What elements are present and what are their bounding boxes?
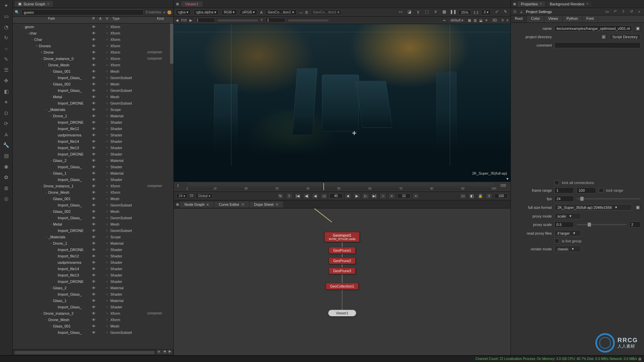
visibility-icon[interactable]: 👁 <box>90 299 97 303</box>
scene-graph-row[interactable]: -Drone_instance_0👁○Xformcomponer <box>13 55 173 62</box>
active-icon[interactable]: ○ <box>104 133 110 137</box>
panel-handle-icon[interactable]: ▣ <box>513 2 516 6</box>
active-icon[interactable]: ○ <box>104 139 110 143</box>
y-field[interactable] <box>265 18 285 23</box>
skip-fwd-button[interactable]: » <box>413 193 419 199</box>
node-graph-canvas[interactable]: GeoImport1 MAIN_STAGE.usda GeoPrune1 Geo… <box>174 208 511 355</box>
alpha-select[interactable]: rgba.alpha ▾ <box>194 9 219 15</box>
proxy-mode-select[interactable]: scale ▾ <box>554 213 581 219</box>
active-icon[interactable]: ○ <box>104 146 110 150</box>
active-icon[interactable]: ○ <box>104 159 110 163</box>
input-a-select[interactable]: GeoCo…tion1 ▾ <box>265 9 297 15</box>
timeline[interactable]: 1 1102030405060708090100 100 <box>174 182 511 192</box>
curve-editor-tab[interactable]: Curve Editor <box>214 201 249 207</box>
scene-graph-row[interactable]: -Drone_instance_2👁○Xformcomponer <box>13 310 173 316</box>
visibility-icon[interactable]: 👁 <box>90 248 97 252</box>
export-icon[interactable]: ⇪ <box>486 193 492 199</box>
disclosure-icon[interactable]: - <box>44 191 48 194</box>
subtab-views[interactable]: Views <box>544 15 562 22</box>
scene-graph-row[interactable]: Import_Glass_👁○GeomSubset <box>13 202 173 208</box>
circle-icon[interactable]: ○ <box>3 45 10 52</box>
wipe-icon[interactable]: ◪ <box>406 9 412 15</box>
subtab-python[interactable]: Python <box>562 15 582 22</box>
active-icon[interactable]: ○ <box>104 222 110 226</box>
status-menu-icon[interactable]: ▦ <box>638 357 641 361</box>
disclosure-icon[interactable]: + <box>40 51 44 54</box>
scene-graph-row[interactable]: Import_Glass_👁○GeomSubset <box>13 87 173 94</box>
format-edit-icon[interactable]: ▦ <box>635 204 641 210</box>
active-icon[interactable]: ○ <box>104 330 110 335</box>
playhead[interactable] <box>323 183 324 190</box>
visibility-icon[interactable]: 👁 <box>90 260 97 264</box>
disclosure-icon[interactable]: + <box>35 44 39 48</box>
play-button[interactable]: ▶ <box>354 193 360 199</box>
visibility-icon[interactable]: 👁 <box>90 178 97 182</box>
scene-graph-row[interactable]: Import_DRONE👁○GeomSubset <box>13 100 173 106</box>
active-icon[interactable]: ○ <box>104 280 110 284</box>
visibility-icon[interactable]: 👁 <box>90 44 97 48</box>
chooser-icon[interactable]: ▥ <box>601 34 607 40</box>
stop-button[interactable]: ■ <box>345 193 352 199</box>
active-icon[interactable]: ○ <box>104 229 110 233</box>
active-icon[interactable]: ○ <box>104 318 110 322</box>
visibility-icon[interactable]: 👁 <box>90 241 97 245</box>
disclosure-icon[interactable]: - <box>25 32 30 35</box>
node-geocollection[interactable]: GeoCollection1 <box>326 283 359 290</box>
layers-icon[interactable]: ☰ <box>3 66 10 74</box>
visibility-icon[interactable]: 👁 <box>90 280 97 284</box>
node-graph-tab[interactable]: Node Graph× <box>180 201 213 207</box>
step-fwd-button[interactable]: ▷ <box>362 193 369 199</box>
disclosure-icon[interactable]: - <box>44 63 48 67</box>
active-icon[interactable]: ○ <box>104 248 110 252</box>
disclosure-icon[interactable]: - <box>49 82 53 86</box>
active-icon[interactable]: ○ <box>104 31 110 35</box>
active-icon[interactable]: ○ <box>104 203 110 207</box>
visibility-icon[interactable]: 👁 <box>90 95 97 99</box>
active-icon[interactable]: ○ <box>104 101 110 105</box>
h-scrollbar[interactable] <box>15 351 155 354</box>
cursor-icon[interactable]: ✦ <box>3 2 10 9</box>
visibility-icon[interactable]: 👁 <box>90 235 97 239</box>
brush-icon[interactable]: ✎ <box>3 56 10 63</box>
visibility-icon[interactable]: 👁 <box>90 229 97 233</box>
d-icon[interactable]: D <box>3 109 10 117</box>
mode-3d-toggle[interactable]: 3D <box>490 18 499 22</box>
active-icon[interactable]: ○ <box>104 69 110 73</box>
dope-sheet-tab[interactable]: Dope Sheet <box>250 201 283 207</box>
scene-graph-row[interactable]: -Metal👁○Mesh <box>13 94 173 100</box>
target-icon[interactable]: ◎ <box>3 195 10 202</box>
scene-graph-row[interactable]: -char👁○Xform <box>13 30 173 36</box>
pen-icon[interactable]: ✎ <box>502 9 508 15</box>
disclosure-icon[interactable]: - <box>44 235 48 239</box>
disclosure-icon[interactable]: - <box>49 95 53 99</box>
key-icon[interactable]: I <box>286 193 292 199</box>
scroll-up-btn[interactable]: ▲ <box>157 350 161 354</box>
active-icon[interactable]: ○ <box>104 108 110 112</box>
scene-graph-row[interactable]: Import_Glass_👁○Shader <box>13 291 173 297</box>
scene-graph-row[interactable]: +Drone👁○Xformcomponer <box>13 49 173 55</box>
lock-range-checkbox[interactable] <box>599 188 603 193</box>
close-icon[interactable]: × <box>47 2 49 6</box>
node-geoimport[interactable]: GeoImport1 MAIN_STAGE.usda <box>324 232 360 242</box>
visibility-icon[interactable]: 👁 <box>90 254 97 258</box>
spark-icon[interactable]: ✶ <box>3 99 10 106</box>
node-geoprune1[interactable]: GeoPrune1 <box>329 247 356 254</box>
disclosure-icon[interactable]: - <box>30 38 34 41</box>
scene-graph-row[interactable]: Import_Glass_👁○GeomSubset <box>13 215 173 221</box>
help-icon[interactable]: ? <box>621 10 626 14</box>
scene-graph-row[interactable]: -Drone_1👁○Material <box>13 113 173 119</box>
active-icon[interactable]: ○ <box>104 120 110 124</box>
scene-graph-row[interactable]: Import_DRONE👁○Shader <box>13 278 173 285</box>
subtab-root[interactable]: Root <box>511 15 527 22</box>
clock-icon[interactable]: ◔ <box>3 23 10 31</box>
disclosure-icon[interactable]: - <box>49 172 53 175</box>
node-color-swatch[interactable] <box>513 10 517 14</box>
active-icon[interactable]: ○ <box>104 171 110 175</box>
collapse-icon[interactable]: ▼ <box>506 177 509 181</box>
active-icon[interactable]: ○ <box>104 88 110 93</box>
scene-graph-row[interactable]: -Glass_002👁○Mesh <box>13 208 173 215</box>
scene-graph-row[interactable]: Import_DRONE👁○Shader <box>13 119 173 125</box>
scene-graph-row[interactable]: -Drone_instance_1👁○Xformcomponer <box>13 183 173 189</box>
active-icon[interactable]: ○ <box>104 57 110 61</box>
first-frame-button[interactable]: |◀ <box>294 193 301 199</box>
